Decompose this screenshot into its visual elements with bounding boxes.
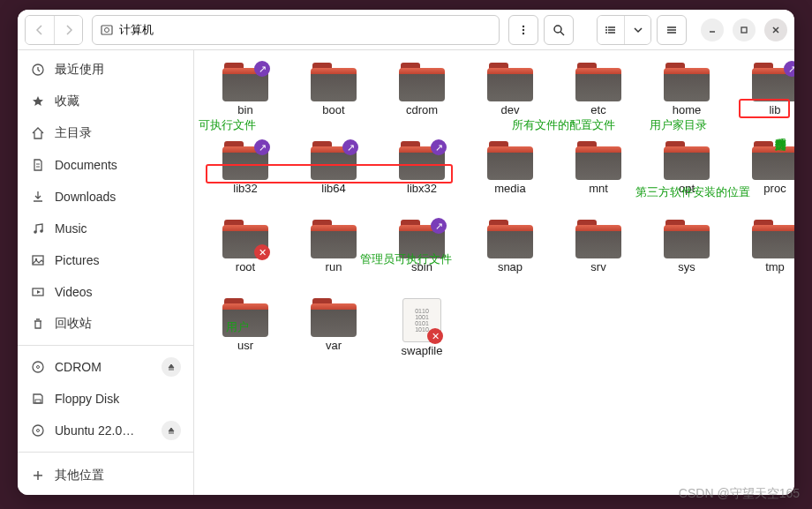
doc-icon <box>30 157 46 173</box>
file-item-dev[interactable]: dev <box>466 63 554 116</box>
symlink-badge-icon: ↗ <box>254 139 270 155</box>
view-list-button[interactable] <box>598 16 624 44</box>
eject-button[interactable] <box>162 357 181 377</box>
file-item-sbin[interactable]: ↗sbin <box>378 220 466 273</box>
sidebar-item-music[interactable]: Music <box>18 213 193 244</box>
sidebar-item-downloads[interactable]: Downloads <box>18 181 193 213</box>
symlink-badge-icon: ↗ <box>431 218 447 234</box>
watermark: CSDN @守望天空165 <box>679 486 800 502</box>
sidebar-item-documents[interactable]: Documents <box>18 149 193 181</box>
file-label: etc <box>590 103 605 116</box>
sidebar-item-pictures[interactable]: Pictures <box>18 244 193 276</box>
svg-point-1 <box>105 27 109 32</box>
search-button[interactable] <box>544 15 574 45</box>
star-icon <box>30 94 46 109</box>
folder-icon <box>664 63 710 101</box>
path-label: 计算机 <box>119 22 154 38</box>
maximize-button[interactable] <box>733 19 756 41</box>
sidebar-mount-ubuntu-22-0-[interactable]: Ubuntu 22.0… <box>18 415 193 446</box>
file-label: lib <box>769 103 780 116</box>
sidebar-item-label: Ubuntu 22.0… <box>55 423 134 438</box>
back-button[interactable] <box>26 16 54 44</box>
sidebar-other-locations[interactable]: 其他位置 <box>18 460 193 491</box>
folder-icon <box>487 141 533 180</box>
file-item-opt[interactable]: opt <box>643 141 731 195</box>
file-label: cdrom <box>406 103 438 116</box>
sidebar-item-videos[interactable]: Videos <box>18 276 193 308</box>
file-item-sys[interactable]: sys <box>643 220 731 273</box>
picture-icon <box>30 252 46 268</box>
floppy-icon <box>30 391 46 407</box>
file-item-usr[interactable]: usr <box>201 298 289 357</box>
svg-point-4 <box>523 32 524 34</box>
file-item-libx32[interactable]: ↗libx32 <box>378 141 466 195</box>
svg-rect-17 <box>741 27 747 33</box>
close-button[interactable] <box>764 19 787 41</box>
eject-button[interactable] <box>162 421 181 440</box>
minimize-button[interactable] <box>701 19 724 41</box>
sidebar-item-最近使用[interactable]: 最近使用 <box>18 54 193 86</box>
file-item-var[interactable]: var <box>289 298 378 357</box>
file-item-root[interactable]: ✕root <box>201 220 289 273</box>
folder-icon <box>575 63 621 101</box>
file-item-bin[interactable]: ↗bin <box>201 63 289 116</box>
titlebar: 计算机 <box>18 10 794 50</box>
sidebar-item-label: Pictures <box>55 253 100 267</box>
forward-button[interactable] <box>54 16 82 44</box>
window-controls <box>701 19 787 41</box>
file-item-cdrom[interactable]: cdrom <box>378 63 466 116</box>
file-label: boot <box>322 103 344 116</box>
file-label: media <box>494 182 525 195</box>
folder-icon <box>752 141 794 180</box>
svg-point-12 <box>605 32 607 34</box>
file-item-lib[interactable]: ↗lib <box>731 63 794 116</box>
file-label: opt <box>679 182 695 195</box>
path-bar[interactable]: 计算机 <box>92 15 500 45</box>
file-item-boot[interactable]: boot <box>289 63 378 116</box>
file-item-snap[interactable]: snap <box>466 220 554 273</box>
folder-icon <box>575 220 621 258</box>
file-item-run[interactable]: run <box>289 220 378 273</box>
file-item-mnt[interactable]: mnt <box>554 141 643 195</box>
file-item-swapfile[interactable]: 0110 1001 0101 1010✕swapfile <box>378 298 466 357</box>
file-manager-window: 计算机 最近使用收藏主目录DocumentsDownloadsMusicPict… <box>18 10 794 495</box>
nav-group <box>25 15 83 45</box>
folder-icon <box>311 298 357 337</box>
plus-icon <box>30 468 46 483</box>
folder-icon <box>487 220 533 258</box>
file-item-lib32[interactable]: ↗lib32 <box>201 141 289 195</box>
sidebar-item-label: Floppy Disk <box>55 392 119 406</box>
sidebar-item-收藏[interactable]: 收藏 <box>18 86 193 117</box>
svg-point-31 <box>33 425 43 436</box>
kebab-menu-button[interactable] <box>508 15 538 45</box>
denied-badge-icon: ✕ <box>254 244 270 260</box>
sidebar-mount-floppy-disk[interactable]: Floppy Disk <box>18 383 193 415</box>
file-label: swapfile <box>402 344 443 357</box>
folder-icon <box>399 63 445 101</box>
sidebar-mount-cdrom[interactable]: CDROM <box>18 351 193 383</box>
disc-icon <box>30 423 46 438</box>
hamburger-menu-button[interactable] <box>657 15 687 45</box>
file-label: lib64 <box>321 182 345 195</box>
file-item-tmp[interactable]: tmp <box>731 220 794 273</box>
folder-icon <box>664 141 710 180</box>
sidebar-item-label: CDROM <box>55 360 102 374</box>
file-item-proc[interactable]: proc <box>731 141 794 195</box>
view-dropdown-button[interactable] <box>624 16 650 44</box>
file-item-etc[interactable]: etc <box>554 63 643 116</box>
sidebar-item-回收站[interactable]: 回收站 <box>18 308 193 340</box>
file-item-srv[interactable]: srv <box>554 220 643 273</box>
svg-point-24 <box>40 229 43 233</box>
sidebar-item-主目录[interactable]: 主目录 <box>18 117 193 149</box>
home-icon <box>30 125 46 141</box>
sidebar-item-label: Videos <box>55 285 93 299</box>
file-label: mnt <box>589 182 608 195</box>
file-item-media[interactable]: media <box>466 141 554 195</box>
svg-point-29 <box>37 366 40 369</box>
file-item-lib64[interactable]: ↗lib64 <box>289 141 378 195</box>
file-label: libx32 <box>407 182 437 195</box>
file-label: run <box>326 260 342 273</box>
folder-icon <box>487 63 533 101</box>
content-pane[interactable]: ↗binbootcdromdevetchome↗lib↗lib32↗lib64↗… <box>194 50 794 495</box>
file-item-home[interactable]: home <box>643 63 731 116</box>
